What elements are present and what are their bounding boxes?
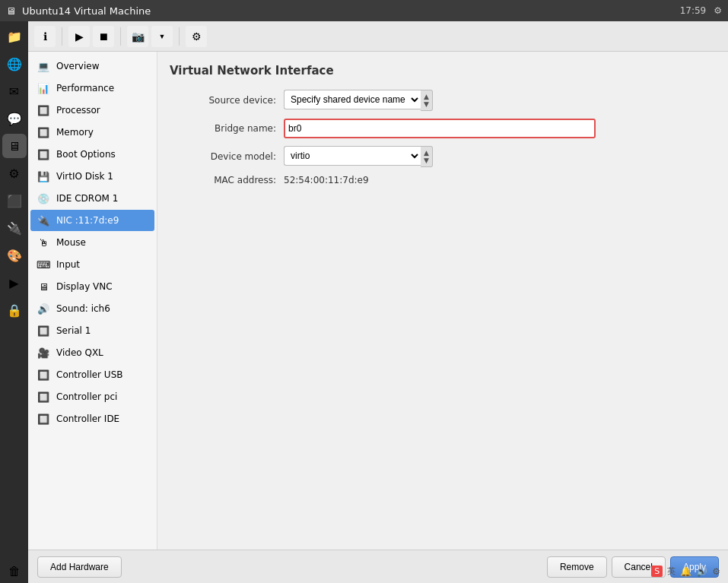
pci-icon: 🔲	[37, 390, 50, 404]
device-model-wrapper: virtioe1000rtl8139 ▲▼	[284, 146, 596, 167]
sidebar-label-cdrom: IDE CDROM 1	[56, 193, 118, 204]
sidebar-item-processor[interactable]: 🔲 Processor	[30, 100, 154, 121]
taskbar-left: 📁 🌐 ✉ 💬 🖥 ⚙ ⬛ 🔌 🎨 ▶ 🔒 🗑	[0, 21, 28, 583]
taskbar-icon-browser[interactable]: 🌐	[2, 52, 27, 76]
form-grid: Source device: Specify shared device nam…	[170, 90, 596, 185]
titlebar-icon: 🖥	[6, 5, 16, 17]
toolbar-separator-2	[120, 27, 121, 46]
info-button[interactable]: ℹ	[34, 26, 56, 47]
toolbar-separator-1	[62, 27, 62, 46]
mac-address-label: MAC address:	[170, 175, 276, 185]
content-area: 💻 Overview 📊 Performance 🔲 Processor 🔲 M…	[28, 52, 728, 550]
sidebar-label-display: Display VNC	[56, 281, 113, 292]
sidebar-item-overview[interactable]: 💻 Overview	[30, 55, 154, 77]
usb-icon: 🔲	[37, 368, 50, 382]
sound-icon: 🔊	[37, 302, 50, 315]
sidebar-item-cdrom[interactable]: 💿 IDE CDROM 1	[30, 188, 154, 209]
mac-address-value: 52:54:00:11:7d:e9	[284, 175, 596, 185]
nic-icon: 🔌	[37, 214, 50, 227]
systray-input[interactable]: 英	[667, 566, 676, 577]
sidebar-label-processor: Processor	[56, 105, 100, 116]
sidebar-label-sound: Sound: ich6	[56, 303, 110, 314]
run-button[interactable]: ▶	[68, 26, 90, 47]
bottom-bar: Add Hardware Remove Cancel Apply	[28, 550, 728, 583]
vm-toolbar: ℹ ▶ ⏹ 📷 ▼ ⚙	[28, 21, 728, 52]
sidebar-label-pci: Controller pci	[56, 391, 117, 402]
systray-volume[interactable]: 🔊	[696, 566, 707, 577]
main-panel: Virtual Network Interface Source device:…	[157, 52, 728, 550]
sidebar-item-controller-pci[interactable]: 🔲 Controller pci	[30, 386, 154, 407]
sidebar-label-virtio: VirtIO Disk 1	[56, 171, 113, 182]
titlebar-time: 17:59	[680, 5, 707, 16]
sidebar-item-display-vnc[interactable]: 🖥 Display VNC	[30, 276, 154, 297]
sidebar-label-performance: Performance	[56, 83, 114, 93]
mouse-icon: 🖱	[37, 236, 50, 249]
source-device-dropdown-arrow[interactable]: ▲▼	[421, 90, 433, 111]
sidebar-label-video: Video QXL	[56, 347, 103, 358]
sidebar-item-boot-options[interactable]: 🔲 Boot Options	[30, 144, 154, 165]
device-model-dropdown-arrow[interactable]: ▲▼	[421, 146, 433, 167]
sidebar-item-memory[interactable]: 🔲 Memory	[30, 122, 154, 143]
sidebar-label-mouse: Mouse	[56, 237, 86, 248]
performance-icon: 📊	[37, 81, 50, 95]
sidebar-label-input: Input	[56, 259, 80, 270]
overview-icon: 💻	[37, 59, 50, 73]
taskbar-icon-terminal[interactable]: ⬛	[2, 189, 27, 213]
sidebar-label-ide: Controller IDE	[56, 413, 119, 424]
sidebar-item-mouse[interactable]: 🖱 Mouse	[30, 232, 154, 253]
titlebar: 🖥 Ubuntu14 Virtual Machine 17:59 ⚙	[0, 0, 728, 21]
device-model-select[interactable]: virtioe1000rtl8139	[284, 146, 421, 166]
snapshot-dropdown-button[interactable]: 📷	[127, 26, 148, 47]
taskbar-icon-files[interactable]: 📁	[2, 24, 27, 49]
snapshot-arrow-button[interactable]: ▼	[151, 26, 173, 47]
sidebar-label-boot: Boot Options	[56, 149, 116, 160]
panel-title: Virtual Network Interface	[170, 64, 716, 78]
remove-button[interactable]: Remove	[547, 556, 607, 578]
taskbar-icon-chat[interactable]: 💬	[2, 106, 27, 131]
sidebar-item-video-qxl[interactable]: 🎥 Video QXL	[30, 342, 154, 363]
taskbar-icon-video[interactable]: ▶	[2, 271, 27, 295]
systray-settings[interactable]: ⚙	[712, 566, 720, 577]
taskbar-icon-mail[interactable]: ✉	[2, 79, 27, 103]
add-hardware-button[interactable]: Add Hardware	[37, 556, 122, 578]
systray: S 英 🔔 🔊 ⚙	[651, 566, 720, 577]
boot-icon: 🔲	[37, 147, 50, 161]
sidebar-item-sound[interactable]: 🔊 Sound: ich6	[30, 298, 154, 319]
sidebar-item-performance[interactable]: 📊 Performance	[30, 78, 154, 99]
systray-notify[interactable]: 🔔	[680, 566, 691, 577]
systray-sogou[interactable]: S	[651, 566, 663, 577]
sidebar-label-overview: Overview	[56, 61, 100, 71]
pause-button[interactable]: ⏹	[93, 26, 114, 47]
sidebar-item-virtio-disk[interactable]: 💾 VirtIO Disk 1	[30, 166, 154, 187]
sidebar-item-input[interactable]: ⌨ Input	[30, 254, 154, 275]
taskbar-icon-usb[interactable]: 🔌	[2, 216, 27, 240]
sidebar: 💻 Overview 📊 Performance 🔲 Processor 🔲 M…	[28, 52, 157, 550]
sidebar-item-nic[interactable]: 🔌 NIC :11:7d:e9	[30, 210, 154, 231]
video-icon: 🎥	[37, 346, 50, 360]
source-device-label: Source device:	[170, 95, 276, 106]
sidebar-item-serial[interactable]: 🔲 Serial 1	[30, 320, 154, 341]
settings-toolbar-button[interactable]: ⚙	[186, 26, 207, 47]
ide-icon: 🔲	[37, 412, 50, 426]
virtio-icon: 💾	[37, 170, 50, 183]
main-window: ℹ ▶ ⏹ 📷 ▼ ⚙ 💻 Overview 📊 Performance 🔲 P…	[28, 21, 728, 583]
sidebar-item-controller-usb[interactable]: 🔲 Controller USB	[30, 364, 154, 385]
processor-icon: 🔲	[37, 103, 50, 117]
sidebar-label-usb: Controller USB	[56, 369, 122, 380]
taskbar-icon-settings[interactable]: ⚙	[2, 161, 27, 185]
titlebar-left: 🖥 Ubuntu14 Virtual Machine	[6, 5, 151, 17]
taskbar-icon-trash[interactable]: 🗑	[2, 559, 27, 583]
memory-icon: 🔲	[37, 125, 50, 139]
source-device-select[interactable]: Specify shared device nameNetwork source…	[284, 90, 421, 109]
settings-icon[interactable]: ⚙	[714, 5, 722, 16]
input-icon: ⌨	[37, 258, 50, 271]
taskbar-icon-lock[interactable]: 🔒	[2, 298, 27, 322]
titlebar-right: 17:59 ⚙	[680, 5, 722, 16]
sidebar-label-memory: Memory	[56, 127, 94, 138]
source-device-wrapper: Specify shared device nameNetwork source…	[284, 90, 596, 111]
display-icon: 🖥	[37, 280, 50, 293]
bridge-name-input[interactable]	[284, 119, 596, 138]
taskbar-icon-vm[interactable]: 🖥	[2, 134, 27, 158]
sidebar-item-controller-ide[interactable]: 🔲 Controller IDE	[30, 408, 154, 429]
taskbar-icon-paint[interactable]: 🎨	[2, 243, 27, 268]
